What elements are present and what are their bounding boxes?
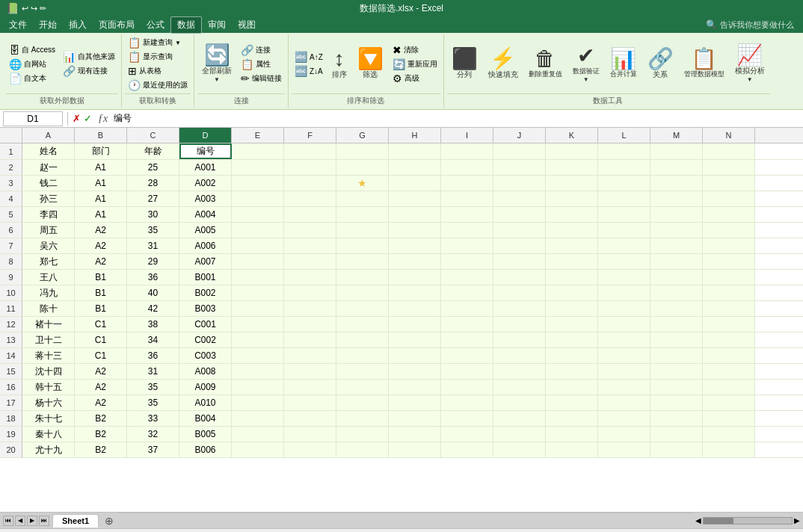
cell-c13[interactable]: 34 xyxy=(127,332,179,347)
cell-j8[interactable] xyxy=(493,254,546,269)
cell-b3[interactable]: A1 xyxy=(75,176,127,191)
cell-i3[interactable] xyxy=(441,176,493,191)
cell-i2[interactable] xyxy=(441,160,493,175)
col-header-e[interactable]: E xyxy=(232,128,284,143)
cell-g6[interactable] xyxy=(336,223,389,238)
cell-b14[interactable]: C1 xyxy=(75,348,127,363)
btn-filter[interactable]: 🔽 筛选 xyxy=(353,42,388,87)
cell-i9[interactable] xyxy=(441,270,493,285)
cell-m6[interactable] xyxy=(650,223,703,238)
table-row[interactable]: 18朱十七B233B004 xyxy=(0,411,803,427)
cell-l9[interactable] xyxy=(598,270,650,285)
col-header-l[interactable]: L xyxy=(598,128,650,143)
btn-text[interactable]: 📄 自文本 xyxy=(6,72,58,85)
cell-j1[interactable] xyxy=(493,143,546,159)
cell-a1[interactable]: 姓名 xyxy=(22,143,75,159)
cell-g18[interactable] xyxy=(336,411,389,426)
cell-e6[interactable] xyxy=(232,223,284,238)
btn-sort-za[interactable]: 🔤 Z↓A xyxy=(292,64,326,78)
cell-e14[interactable] xyxy=(232,348,284,363)
cell-n18[interactable] xyxy=(703,411,755,426)
cell-f3[interactable] xyxy=(284,176,336,191)
cell-f12[interactable] xyxy=(284,317,336,332)
cell-c9[interactable]: 36 xyxy=(127,270,179,285)
cell-d3[interactable]: A002 xyxy=(179,176,232,191)
btn-remove-dup[interactable]: 🗑 删除重复值 xyxy=(524,42,567,87)
cell-h1[interactable] xyxy=(389,143,441,159)
col-header-c[interactable]: C xyxy=(127,128,179,143)
menu-file[interactable]: 文件 xyxy=(3,17,33,33)
cell-j4[interactable] xyxy=(493,191,546,206)
cell-c2[interactable]: 25 xyxy=(127,160,179,175)
cell-a10[interactable]: 冯九 xyxy=(22,285,75,300)
cell-i4[interactable] xyxy=(441,191,493,206)
btn-new-query[interactable]: 📋 新建查询 ▼ xyxy=(125,36,191,49)
cell-f9[interactable] xyxy=(284,270,336,285)
cell-a20[interactable]: 尤十九 xyxy=(22,442,75,457)
cell-l20[interactable] xyxy=(598,442,650,457)
cell-f15[interactable] xyxy=(284,364,336,379)
cell-e15[interactable] xyxy=(232,364,284,379)
cell-n15[interactable] xyxy=(703,364,755,379)
cell-g13[interactable] xyxy=(336,332,389,347)
cell-k16[interactable] xyxy=(546,380,598,395)
cell-l18[interactable] xyxy=(598,411,650,426)
cell-k17[interactable] xyxy=(546,395,598,410)
cell-e16[interactable] xyxy=(232,380,284,395)
cell-j11[interactable] xyxy=(493,301,546,316)
cell-e2[interactable] xyxy=(232,160,284,175)
cell-e8[interactable] xyxy=(232,254,284,269)
cell-c6[interactable]: 35 xyxy=(127,223,179,238)
cell-l13[interactable] xyxy=(598,332,650,347)
cell-m13[interactable] xyxy=(650,332,703,347)
formula-fx-icon[interactable]: ƒx xyxy=(98,113,108,125)
cell-c8[interactable]: 29 xyxy=(127,254,179,269)
horizontal-scroll-bar[interactable]: ◀ ▶ xyxy=(692,516,803,525)
cell-c3[interactable]: 28 xyxy=(127,176,179,191)
cell-k4[interactable] xyxy=(546,191,598,206)
cell-m9[interactable] xyxy=(650,270,703,285)
cell-g12[interactable] xyxy=(336,317,389,332)
cell-f5[interactable] xyxy=(284,207,336,222)
cell-n11[interactable] xyxy=(703,301,755,316)
cell-j13[interactable] xyxy=(493,332,546,347)
cell-l5[interactable] xyxy=(598,207,650,222)
cell-f4[interactable] xyxy=(284,191,336,206)
cell-a19[interactable]: 秦十八 xyxy=(22,427,75,442)
btn-flash-fill[interactable]: ⚡ 快速填充 xyxy=(484,42,523,87)
cell-k15[interactable] xyxy=(546,364,598,379)
btn-refresh-all[interactable]: 🔄 全部刷新 ▼ xyxy=(197,42,236,87)
cell-l2[interactable] xyxy=(598,160,650,175)
table-row[interactable]: 4孙三A127A003 xyxy=(0,191,803,207)
btn-web[interactable]: 🌐 自网站 xyxy=(6,58,58,71)
formula-cancel-icon[interactable]: ✗ xyxy=(73,113,81,124)
table-row[interactable]: 19秦十八B232B005 xyxy=(0,427,803,442)
cell-c17[interactable]: 35 xyxy=(127,395,179,410)
cell-j9[interactable] xyxy=(493,270,546,285)
cell-b19[interactable]: B2 xyxy=(75,427,127,442)
cell-f18[interactable] xyxy=(284,411,336,426)
cell-g3[interactable]: ★ xyxy=(336,176,389,191)
cell-f10[interactable] xyxy=(284,285,336,300)
sheet-tab-add[interactable]: ⊕ xyxy=(100,513,118,529)
cell-g20[interactable] xyxy=(336,442,389,457)
cell-j3[interactable] xyxy=(493,176,546,191)
table-row[interactable]: 10冯九B140B002 xyxy=(0,285,803,301)
cell-d16[interactable]: A009 xyxy=(179,380,232,395)
cell-j20[interactable] xyxy=(493,442,546,457)
cell-h7[interactable] xyxy=(389,238,441,253)
cell-e10[interactable] xyxy=(232,285,284,300)
cell-k1[interactable] xyxy=(546,143,598,159)
table-row[interactable]: 6周五A235A005 xyxy=(0,223,803,238)
cell-m17[interactable] xyxy=(650,395,703,410)
cell-b16[interactable]: A2 xyxy=(75,380,127,395)
cell-m20[interactable] xyxy=(650,442,703,457)
cell-b2[interactable]: A1 xyxy=(75,160,127,175)
cell-l14[interactable] xyxy=(598,348,650,363)
cell-b7[interactable]: A2 xyxy=(75,238,127,253)
cell-j5[interactable] xyxy=(493,207,546,222)
cell-a5[interactable]: 李四 xyxy=(22,207,75,222)
cell-i1[interactable] xyxy=(441,143,493,159)
cell-m11[interactable] xyxy=(650,301,703,316)
table-row[interactable]: 7吴六A231A006 xyxy=(0,238,803,254)
